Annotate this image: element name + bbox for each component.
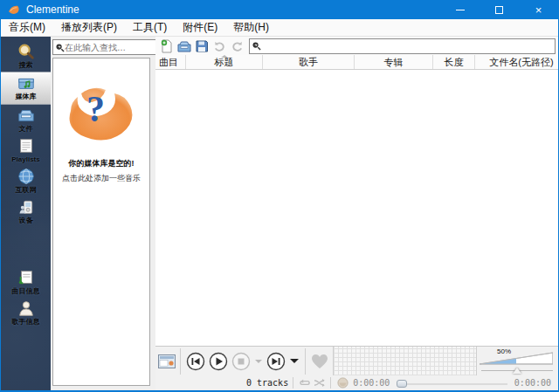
playlist-area: 曲目 标题 歌手 专辑 长度 文件名(无路径) ourc [155,37,558,390]
undo-button[interactable] [210,38,228,54]
next-track-button[interactable] [266,351,286,372]
stop-options-dropdown-icon[interactable] [255,360,262,363]
total-time: 0:00:00 [514,378,551,388]
minimize-icon [456,10,465,10]
undo-icon [213,39,226,52]
seek-slider-track [397,383,507,385]
sidebar: 搜索 媒体库 文件 Playlists [1,37,51,390]
repeat-button[interactable] [298,377,312,389]
library-empty-view[interactable]: ? 你的媒体库是空的! 点击此处添加一些音乐 [52,58,150,386]
toggle-pretty-osd-button[interactable] [155,348,178,375]
track-count: 0 tracks [246,378,288,388]
column-header-title[interactable]: 标题 [186,55,263,69]
redo-button[interactable] [228,38,245,54]
internet-globe-icon [17,167,36,186]
menu-music[interactable]: 音乐(M) [1,18,53,37]
seek-slider-handle[interactable] [397,380,407,388]
playlist-body-empty[interactable] [155,70,558,346]
sidebar-item-artist-info[interactable]: 歌手信息 [1,298,51,328]
transport-controls [183,351,303,372]
volume-slider-thumb[interactable] [513,368,521,374]
save-icon [195,39,209,53]
window-title: Clementine [26,3,440,16]
next-icon [266,352,286,371]
devices-icon [17,197,35,217]
sidebar-item-files[interactable]: 文件 [1,105,51,135]
previous-track-button[interactable] [185,351,206,372]
stop-icon [231,352,251,371]
love-track-button[interactable] [307,348,332,375]
redo-icon [231,39,244,52]
volume-wedge[interactable] [480,350,553,366]
playback-controls-bar: 50% [155,346,558,375]
heart-icon [311,354,328,369]
sidebar-spacer [1,227,51,267]
new-playlist-icon [160,39,174,53]
new-playlist-button[interactable] [158,38,176,54]
library-icon [17,73,36,93]
library-search-row [52,38,150,56]
song-info-icon [17,268,36,287]
volume-slider[interactable] [481,368,553,375]
volume-percent-label: 50% [497,347,511,355]
shuffle-button[interactable] [312,377,326,389]
sidebar-item-label: 文件 [19,125,33,134]
files-icon [17,106,36,125]
sidebar-item-library[interactable]: 媒体库 [1,72,51,105]
playlist-search-icon [252,41,261,51]
artist-info-icon [17,299,36,318]
menu-playlist[interactable]: 播放列表(P) [53,18,125,37]
close-icon: × [535,4,542,16]
sort-ascending-icon [221,55,228,58]
sidebar-item-label: 歌手信息 [12,318,40,327]
titlebar: Clementine × [1,0,558,19]
sidebar-item-label: 媒体库 [16,93,37,101]
column-header-track[interactable]: 曲目 [155,55,186,69]
playlists-icon [17,136,36,155]
search-icon [17,42,36,61]
separator [305,348,306,375]
minimize-button[interactable] [440,0,480,19]
column-header-artist[interactable]: 歌手 [263,55,355,69]
column-header-filename[interactable]: 文件名(无路径) [475,55,558,69]
playlist-search-box [249,38,556,54]
clementine-logo-icon [8,4,21,16]
save-playlist-button[interactable] [193,38,210,54]
separator [330,377,331,389]
play-icon [209,352,228,371]
stop-button[interactable] [231,351,252,372]
analyzer-area[interactable] [333,347,477,375]
main-area: 搜索 媒体库 文件 Playlists [1,37,558,390]
menu-extras[interactable]: 附件(E) [175,18,225,37]
library-empty-title: 你的媒体库是空的! [69,158,135,169]
next-options-dropdown-icon[interactable] [290,359,299,363]
library-search-icon [55,43,65,52]
sidebar-item-playlists[interactable]: Playlists [1,135,51,166]
separator [180,348,181,375]
repeat-icon [300,378,311,388]
sidebar-item-song-info[interactable]: 曲目信息 [1,267,51,298]
status-bar: 0 tracks 0:00:00 0:00:00 [155,375,558,390]
column-header-length[interactable]: 长度 [433,55,475,69]
clementine-window: Clementine × 音乐(M) 播放列表(P) 工具(T) 附件(E) 帮… [0,0,559,392]
sidebar-item-search[interactable]: 搜索 [1,41,51,72]
sidebar-item-devices[interactable]: 设备 [1,196,51,227]
volume-control: 50% [478,347,558,376]
close-button[interactable]: × [519,0,558,19]
load-playlist-button[interactable] [176,38,193,54]
separator [293,377,293,389]
menu-tools[interactable]: 工具(T) [125,18,175,37]
mini-window-icon [158,354,176,368]
play-button[interactable] [208,351,229,372]
elapsed-time: 0:00:00 [353,378,390,388]
maximize-button[interactable] [480,0,519,19]
column-header-album[interactable]: 专辑 [355,55,433,69]
clementine-ball-icon [337,377,349,389]
playlist-search-input[interactable] [261,41,553,51]
sidebar-item-label: 曲目信息 [12,287,40,296]
menu-help[interactable]: 帮助(H) [225,18,277,37]
sidebar-item-internet[interactable]: 互联网 [1,166,51,196]
menubar: 音乐(M) 播放列表(P) 工具(T) 附件(E) 帮助(H) [1,19,558,37]
seek-slider[interactable] [397,378,507,389]
library-add-music-link[interactable]: 点击此处添加一些音乐 [62,173,141,184]
